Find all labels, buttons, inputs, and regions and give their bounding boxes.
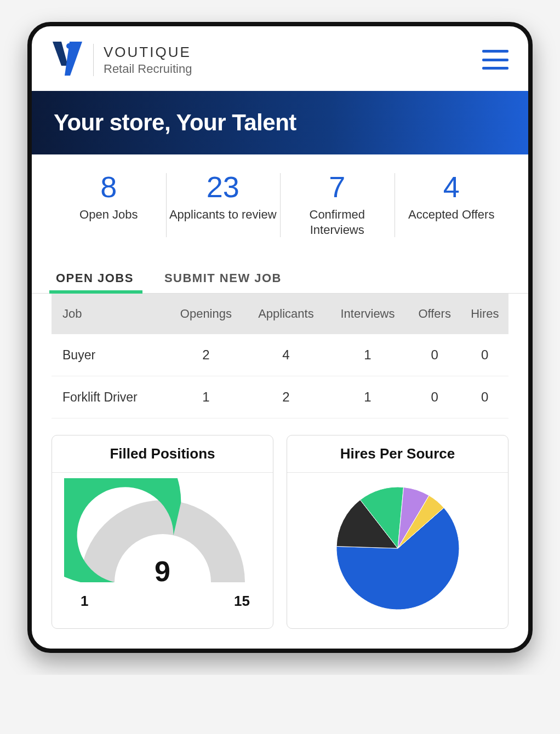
stat-value: 4 [398, 172, 506, 202]
cell-job: Buyer [52, 334, 167, 376]
app-frame: VOUTIQUE Retail Recruiting Your store, Y… [27, 22, 533, 653]
card-title: Hires Per Source [287, 435, 508, 473]
col-openings: Openings [167, 294, 244, 334]
stat-label: Confirmed Interviews [283, 207, 391, 237]
cell-applicants: 2 [245, 376, 328, 418]
col-job: Job [52, 294, 167, 334]
stat-confirmed-interviews[interactable]: 7 Confirmed Interviews [280, 168, 395, 247]
cell-interviews: 1 [327, 376, 408, 418]
table-row[interactable]: Buyer 2 4 1 0 0 [52, 334, 508, 376]
col-interviews: Interviews [327, 294, 408, 334]
brand: VOUTIQUE Retail Recruiting [52, 39, 192, 80]
stat-value: 7 [283, 172, 391, 202]
charts-row: Filled Positions 9 1 15 Hires Per Source [32, 418, 528, 649]
svg-point-0 [66, 43, 72, 49]
table-row[interactable]: Forklift Driver 1 2 1 0 0 [52, 376, 508, 418]
stat-value: 8 [55, 172, 163, 202]
gauge-value: 9 [60, 555, 265, 588]
col-applicants: Applicants [245, 294, 328, 334]
cell-hires: 0 [461, 376, 508, 418]
app-header: VOUTIQUE Retail Recruiting [32, 26, 528, 91]
gauge-min: 1 [81, 593, 88, 610]
stat-label: Applicants to review [169, 207, 277, 222]
card-title: Filled Positions [52, 435, 273, 473]
cell-openings: 1 [167, 376, 244, 418]
stat-open-jobs[interactable]: 8 Open Jobs [52, 168, 166, 247]
jobs-table: Job Openings Applicants Interviews Offer… [32, 294, 528, 418]
stat-label: Accepted Offers [398, 207, 506, 222]
stat-value: 23 [169, 172, 277, 202]
cell-offers: 0 [408, 334, 461, 376]
page-title: Your store, Your Talent [54, 110, 506, 136]
stat-label: Open Jobs [55, 207, 163, 222]
stat-applicants-to-review[interactable]: 23 Applicants to review [166, 168, 281, 247]
menu-icon[interactable] [482, 50, 508, 70]
cell-applicants: 4 [245, 334, 328, 376]
tab-open-jobs[interactable]: OPEN JOBS [52, 263, 138, 293]
tabs: OPEN JOBS SUBMIT NEW JOB [32, 253, 528, 294]
cell-openings: 2 [167, 334, 244, 376]
card-hires-per-source: Hires Per Source [287, 435, 508, 629]
pie-chart [287, 473, 508, 628]
gauge-max: 15 [234, 593, 250, 610]
cell-offers: 0 [408, 376, 461, 418]
cell-hires: 0 [461, 334, 508, 376]
col-hires: Hires [461, 294, 508, 334]
table-header-row: Job Openings Applicants Interviews Offer… [52, 294, 508, 334]
tab-submit-new-job[interactable]: SUBMIT NEW JOB [160, 263, 286, 293]
col-offers: Offers [408, 294, 461, 334]
gauge-chart: 9 1 15 [60, 478, 265, 610]
brand-subtitle: Retail Recruiting [104, 62, 192, 76]
hero-banner: Your store, Your Talent [32, 91, 528, 154]
brand-title: VOUTIQUE [104, 44, 192, 61]
stat-accepted-offers[interactable]: 4 Accepted Offers [395, 168, 509, 247]
card-filled-positions: Filled Positions 9 1 15 [52, 435, 273, 629]
cell-interviews: 1 [327, 334, 408, 376]
stats-row: 8 Open Jobs 23 Applicants to review 7 Co… [32, 154, 528, 253]
logo-icon [52, 39, 84, 80]
cell-job: Forklift Driver [52, 376, 167, 418]
